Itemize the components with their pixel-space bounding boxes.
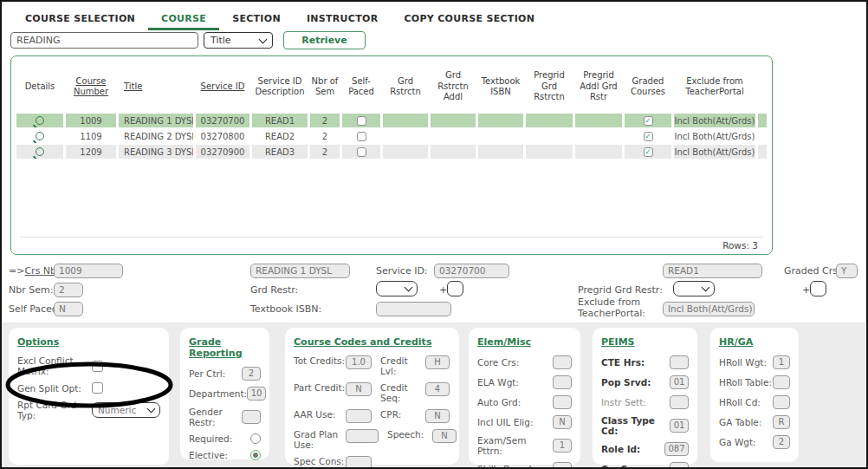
cell-pregrid-addl-grd-rstr: [575, 114, 622, 127]
course-codes-title: Course Codes and Credits: [294, 336, 450, 348]
tab-copy-course-section[interactable]: COPY COURSE SECTION: [391, 8, 547, 30]
incl-uil-elig-label: Incl UIL Elig:: [477, 417, 533, 427]
cte-hrs-label: CTE Hrs:: [601, 357, 645, 368]
hroll-wgt-field[interactable]: 1: [773, 355, 790, 369]
cell-nbr-of-sem: 2: [310, 114, 340, 127]
col-header-course-number[interactable]: Course Number: [66, 76, 116, 98]
required-radio[interactable]: [250, 433, 261, 444]
crs-nbr-field[interactable]: 1009: [54, 264, 123, 278]
excl-conflict-matrix-checkbox[interactable]: [92, 361, 103, 372]
grad-plan-use-field[interactable]: [346, 429, 379, 443]
service-id-field[interactable]: 03270700: [434, 264, 509, 278]
ela-wgt-field[interactable]: [553, 375, 572, 389]
rpt-card-grd-typ-label: Rpt Card Grd Typ:: [17, 400, 92, 420]
table-row[interactable]: 1009 READING 1 DYSL 03270700 READ1 2 Inc…: [16, 114, 767, 127]
core-crs-field[interactable]: [553, 355, 572, 369]
credit-seq-field[interactable]: 4: [425, 382, 450, 396]
col-header-grd-rstrctn: Grd Rstrctn: [383, 76, 428, 98]
course-grid: Details Course Number Title Service ID S…: [10, 55, 773, 255]
pop-srvd-field[interactable]: 01: [670, 375, 689, 389]
graded-crs-field[interactable]: Y: [836, 264, 858, 278]
elective-label: Elective:: [189, 450, 228, 460]
ga-wgt-field[interactable]: 2: [773, 435, 790, 449]
pregrid-plus: +: [802, 284, 810, 296]
col-header-service-id[interactable]: Service ID: [196, 81, 249, 93]
role-id-field[interactable]: 087: [664, 442, 689, 456]
aar-use-field[interactable]: [346, 409, 372, 423]
details-magnifier-icon[interactable]: [36, 132, 44, 140]
cell-exclude-from-teacherportal: Incl Both(Att/Grds): [674, 145, 755, 159]
ga-table-field[interactable]: R: [773, 415, 790, 429]
tab-section[interactable]: SECTION: [219, 8, 294, 30]
credit-seq-label: Credit Seq:: [380, 382, 425, 403]
hroll-cd-field[interactable]: [773, 395, 790, 409]
exclude-teacherportal-field[interactable]: Incl Both(Att/Grds): [663, 302, 755, 316]
graded-courses-checkbox[interactable]: [644, 132, 653, 141]
search-filter-select[interactable]: Title: [204, 32, 273, 49]
credit-lvl-field[interactable]: H: [425, 355, 450, 369]
rpt-card-grd-typ-select[interactable]: Numeric: [92, 402, 160, 418]
class-type-cd-label: Class Type Cd:: [601, 415, 670, 436]
elem-misc-title: Elem/Misc: [477, 336, 572, 348]
grd-restr-plus: +: [439, 284, 447, 296]
col-header-title[interactable]: Title: [119, 81, 193, 93]
cell-service-id: 03270900: [196, 145, 249, 159]
incl-uil-elig-field[interactable]: N: [553, 415, 572, 429]
rpt-card-grd-typ-value: Numeric: [98, 405, 136, 415]
self-paced-checkbox[interactable]: [357, 147, 366, 157]
self-paced-checkbox[interactable]: [357, 116, 366, 126]
gen-split-opt-checkbox[interactable]: [92, 382, 103, 394]
search-filter-value: Title: [211, 35, 231, 46]
tot-credits-field[interactable]: 1.0: [346, 355, 372, 369]
service-desc-field[interactable]: READ1: [663, 264, 762, 278]
grade-reporting-title: Grade Reporting: [189, 336, 261, 359]
crs-seq-field[interactable]: [670, 462, 689, 469]
textbook-isbn-label: Textbook ISBN:: [250, 303, 321, 315]
grd-restr-select[interactable]: [376, 281, 418, 296]
cte-hrs-field[interactable]: [670, 355, 689, 369]
cell-spacer: [758, 129, 767, 143]
table-row[interactable]: 1109 READING 2 DYSL 03270800 READ2 2 Inc…: [16, 129, 767, 143]
cpr-field[interactable]: N: [425, 409, 450, 423]
tab-instructor[interactable]: INSTRUCTOR: [294, 8, 392, 30]
skills-based-field[interactable]: [553, 462, 572, 469]
department-field[interactable]: 10: [247, 387, 266, 401]
crs-seq-label: Crs Seq:: [601, 464, 644, 469]
tab-course-selection[interactable]: COURSE SELECTION: [12, 8, 148, 30]
gender-restr-field[interactable]: [242, 410, 261, 424]
auto-grd-field[interactable]: [553, 395, 572, 409]
exam-sem-pttrn-field[interactable]: 1: [553, 439, 572, 453]
details-magnifier-icon[interactable]: [36, 147, 44, 156]
graded-courses-checkbox[interactable]: [644, 116, 653, 126]
search-input[interactable]: [10, 32, 198, 49]
speech-field[interactable]: N: [432, 429, 457, 443]
table-row[interactable]: 1209 READING 3 DYSL 03270900 READ3 2 Inc…: [16, 145, 767, 159]
part-credit-field[interactable]: N: [346, 382, 372, 396]
cell-grd-rstrctn-addl: [431, 114, 476, 127]
tot-credits-label: Tot Credits:: [294, 355, 346, 366]
class-type-cd-field[interactable]: 01: [670, 419, 689, 433]
pregrid-addl-field[interactable]: [810, 281, 826, 296]
graded-courses-checkbox[interactable]: [644, 147, 653, 157]
elective-radio[interactable]: [250, 450, 261, 460]
tab-course[interactable]: COURSE: [148, 8, 219, 30]
grd-restr-addl-field[interactable]: [447, 281, 463, 296]
self-paced-checkbox[interactable]: [357, 132, 366, 141]
course-title-field[interactable]: READING 1 DYSL: [250, 264, 350, 278]
per-ctrl-field[interactable]: 2: [242, 367, 261, 381]
cell-pregrid-grd-rstrctn: [526, 129, 573, 143]
hroll-cd-label: HRoll Cd:: [719, 397, 761, 407]
pregrid-grd-restr-select[interactable]: [673, 281, 715, 296]
spec-cons-label: Spec Cons:: [294, 456, 346, 466]
self-paced-field[interactable]: N: [54, 302, 83, 316]
ela-wgt-label: ELA Wgt:: [477, 377, 519, 388]
retrieve-button[interactable]: Retrieve: [283, 31, 366, 49]
instr-sett-field[interactable]: [670, 395, 689, 409]
textbook-isbn-field[interactable]: [376, 302, 451, 316]
auto-grd-label: Auto Grd:: [477, 397, 521, 407]
spec-cons-field[interactable]: [346, 456, 372, 469]
details-magnifier-icon[interactable]: [36, 116, 44, 125]
nbr-sem-field[interactable]: 2: [54, 283, 83, 297]
hroll-table-field[interactable]: [773, 375, 790, 389]
cell-pregrid-grd-rstrctn: [526, 114, 573, 127]
